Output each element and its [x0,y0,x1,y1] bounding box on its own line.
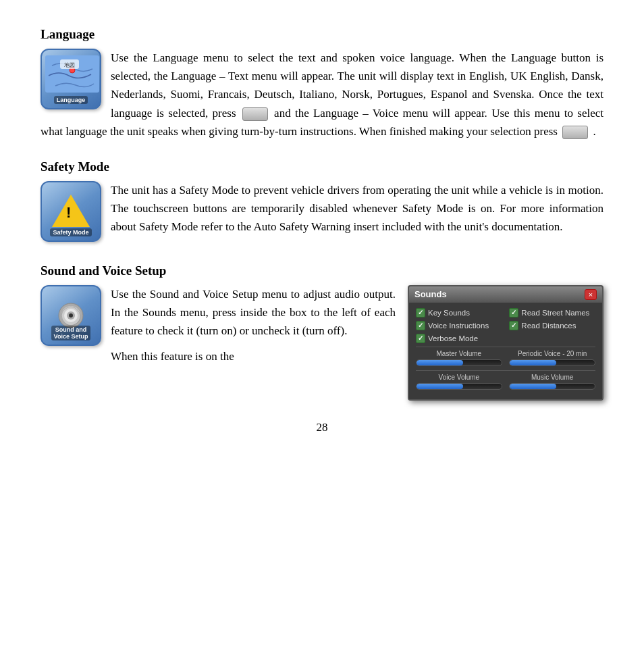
key-sounds-item: Key Sounds [416,308,502,318]
voice-instructions-checkbox[interactable] [416,321,425,330]
safety-mode-section: Safety Mode Safety Mode The unit has a S… [41,159,603,245]
language-body: Use the Language menu to select the text… [41,49,603,141]
sounds-row-2: Voice Instructions Read Distances [416,321,595,330]
warning-triangle-icon [52,195,90,227]
periodic-voice-label: Periodic Voice - 20 min [509,350,595,357]
read-distances-label: Read Distances [521,322,576,330]
sound-voice-title: Sound and Voice Setup [41,263,603,278]
read-street-names-item: Read Street Names [509,308,595,318]
voice-volume-label: Voice Volume [416,374,502,381]
sounds-body: Key Sounds Read Street Names Voice Instr… [409,303,602,399]
music-volume-label: Music Volume [509,374,595,381]
language-section: Language 地図 Language Use the Language me… [41,27,603,141]
safety-mode-icon: Safety Mode [41,181,101,242]
periodic-voice-fill [510,360,556,365]
voice-instructions-item: Voice Instructions [416,321,502,330]
language-icon-label: Language [54,96,88,104]
slider-row-2: Voice Volume Music Volume [416,374,595,390]
master-volume-slider-section: Master Volume [416,350,502,366]
sound-voice-icon-label: Sound andVoice Setup [51,326,91,340]
sound-voice-icon: Sound andVoice Setup [41,285,101,346]
periodic-voice-slider-section: Periodic Voice - 20 min [509,350,595,366]
sounds-row-1: Key Sounds Read Street Names [416,308,595,318]
key-sounds-label: Key Sounds [428,309,470,317]
sounds-dialog-title: Sounds [414,289,447,299]
slider-row-1: Master Volume Periodic Voice - 20 min [416,350,595,366]
voice-instructions-label: Voice Instructions [428,322,489,330]
verbose-mode-item: Verbose Mode [416,334,502,343]
sounds-separator-2 [416,370,595,371]
safety-mode-icon-label: Safety Mode [50,228,91,236]
master-volume-fill [417,360,463,365]
voice-volume-slider-section: Voice Volume [416,374,502,390]
read-street-names-label: Read Street Names [521,309,589,317]
master-volume-track[interactable] [416,359,502,366]
svg-point-8 [69,313,73,318]
voice-volume-fill [417,384,463,389]
safety-mode-title: Safety Mode [41,159,603,174]
read-street-names-checkbox[interactable] [509,308,518,318]
key-sounds-checkbox[interactable] [416,308,425,318]
language-icon: 地図 Language [41,49,101,109]
read-distances-checkbox[interactable] [509,321,518,330]
periodic-voice-track[interactable] [509,359,595,366]
verbose-mode-label: Verbose Mode [428,334,478,342]
read-distances-item: Read Distances [509,321,595,330]
page-number: 28 [41,421,603,434]
ok-button-inline [242,107,268,121]
verbose-mode-checkbox[interactable] [416,334,425,343]
music-volume-track[interactable] [509,383,595,390]
sounds-row-3: Verbose Mode [416,334,595,343]
svg-text:地図: 地図 [63,62,75,68]
sounds-titlebar: Sounds × [409,286,602,303]
voice-volume-track[interactable] [416,383,502,390]
safety-mode-body: The unit has a Safety Mode to prevent ve… [41,181,603,236]
sounds-close-button[interactable]: × [585,289,597,300]
ok-button-inline2 [562,126,588,139]
sound-voice-section: Sound and Voice Setup Sounds × Key Sound… [41,263,603,401]
sounds-dialog: Sounds × Key Sounds Read Street Names Vo… [408,285,603,401]
music-volume-slider-section: Music Volume [509,374,595,390]
master-volume-label: Master Volume [416,350,502,357]
sounds-separator-1 [416,347,595,347]
language-title: Language [41,27,603,42]
music-volume-fill [510,384,556,389]
